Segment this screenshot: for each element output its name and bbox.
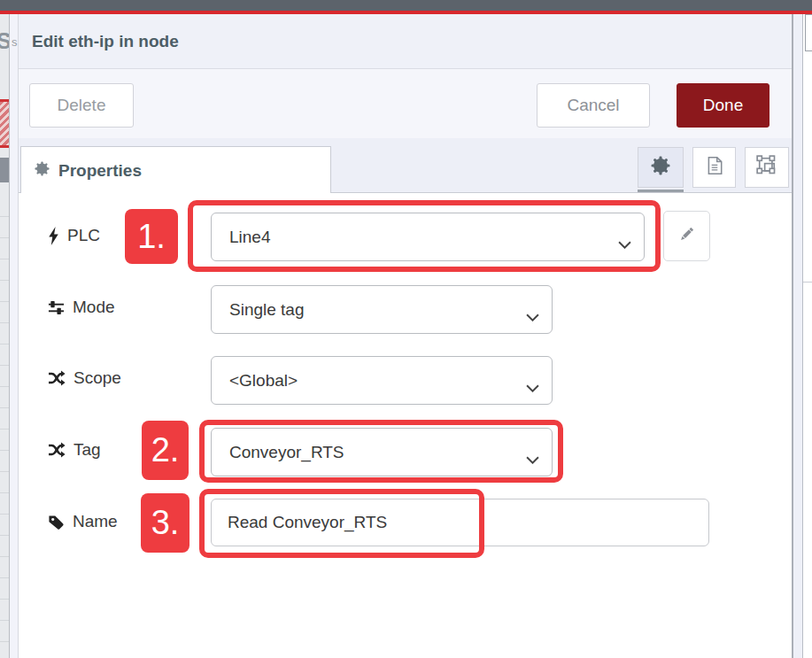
background-panel-fragment (805, 14, 812, 51)
right-scroll-strip[interactable] (793, 14, 802, 658)
tab-properties-label: Properties (58, 161, 142, 181)
done-button[interactable]: Done (677, 83, 769, 128)
shuffle-icon (48, 441, 66, 459)
gear-icon (35, 161, 50, 180)
cancel-button[interactable]: Cancel (537, 83, 650, 128)
background-row-lines (0, 196, 9, 658)
shuffle-icon (48, 369, 66, 387)
sliders-icon (48, 299, 65, 316)
edit-node-dialog: Edit eth-ip in node Delete Cancel Done P (18, 14, 792, 658)
background-node-fragment-red (0, 99, 9, 148)
tab-properties[interactable]: Properties (20, 146, 331, 194)
appearance-frame-icon (755, 154, 778, 181)
mode-select[interactable]: Single tag (211, 285, 553, 334)
dialog-button-row: Delete Cancel Done (19, 69, 793, 138)
edit-plc-config-button[interactable] (663, 211, 710, 261)
pencil-icon (677, 225, 696, 247)
dialog-title: Edit eth-ip in node (32, 32, 179, 51)
appearance-tool-button[interactable] (745, 147, 789, 188)
chevron-down-icon (618, 234, 631, 253)
document-icon (705, 155, 724, 180)
chevron-down-icon (526, 306, 539, 326)
background-sidebar-sliver (803, 14, 812, 658)
chevron-down-icon (526, 449, 539, 468)
scope-select[interactable]: <Global> (211, 356, 553, 405)
bolt-icon (48, 227, 59, 245)
tag-icon (48, 514, 65, 530)
description-tool-button[interactable] (692, 147, 736, 188)
background-workspace-sliver: S (0, 14, 9, 658)
name-field-label: Name (48, 512, 118, 531)
gear-icon (651, 156, 670, 179)
background-text-fragment-small: s (12, 35, 18, 49)
background-divider-fragment (803, 282, 812, 283)
plc-select[interactable]: Line4 (211, 213, 645, 261)
properties-form: PLC Line4 1. (19, 193, 793, 658)
tag-select[interactable]: Conveyor_RTS (211, 428, 553, 476)
chevron-down-icon (526, 377, 539, 397)
step-2-badge: 2. (142, 421, 189, 480)
tray-shadow-strip: s (9, 14, 18, 658)
top-header-bar (0, 0, 812, 11)
editor-tab-bar: Properties (19, 138, 793, 193)
step-3-badge: 3. (141, 493, 189, 553)
mode-field-label: Mode (48, 298, 115, 317)
screen: S s Edit eth-ip in node Delete Cancel Do… (0, 0, 812, 658)
tag-field-label: Tag (48, 440, 101, 460)
delete-button[interactable]: Delete (29, 83, 134, 128)
properties-tool-button[interactable] (638, 147, 684, 188)
step-1-badge: 1. (125, 209, 178, 264)
active-tool-underline (638, 190, 684, 192)
dialog-header: Edit eth-ip in node (19, 14, 793, 69)
name-input[interactable] (211, 499, 709, 546)
background-text-fragment: S (0, 28, 9, 54)
scope-field-label: Scope (48, 368, 121, 388)
plc-field-label: PLC (48, 226, 100, 245)
background-node-fragment-gray (0, 158, 9, 182)
